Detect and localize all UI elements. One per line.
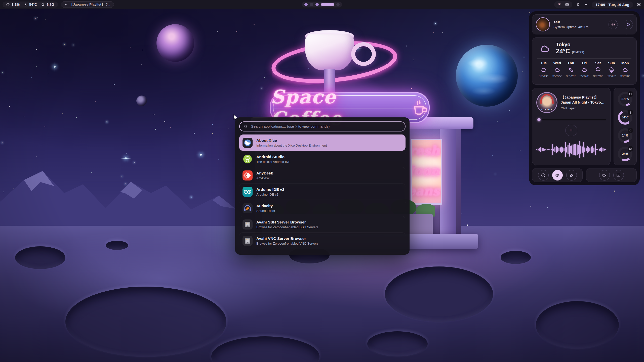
waveform-bar <box>561 147 562 153</box>
forecast-temps: 35°/26° <box>580 75 589 78</box>
weather-temperature: 24°C <box>556 48 570 55</box>
tray-icons-group <box>554 1 572 8</box>
cpu-temp-value: 54°C <box>29 3 37 7</box>
volume-icon[interactable] <box>584 3 588 7</box>
seek-bar[interactable] <box>536 118 606 121</box>
power-button[interactable] <box>624 20 633 29</box>
forecast-day-label: Sat <box>595 61 601 65</box>
launcher-item[interactable]: About Xfce Information about the Xfce De… <box>239 134 406 151</box>
username: seb <box>553 20 605 24</box>
workspace-dot-occupied[interactable] <box>304 3 308 6</box>
seek-track <box>536 119 606 120</box>
launcher-item[interactable]: Avahi VNC Server Browser Browse for Zero… <box>239 233 406 249</box>
app-icon <box>243 154 253 164</box>
profile-gauge-button[interactable] <box>538 170 549 180</box>
cpu-usage-value: 3.1% <box>12 3 20 7</box>
weather-city: Tokyo <box>556 42 584 48</box>
app-title: Avahi VNC Server Browser <box>256 236 318 241</box>
wallpaper-icon[interactable] <box>565 3 569 7</box>
waveform-bar <box>600 148 601 151</box>
forecast-temps: 33°/26° <box>620 75 630 78</box>
waveform-bar <box>565 142 566 157</box>
workspace-dot-empty[interactable] <box>310 3 313 6</box>
waveform-bar <box>578 145 579 154</box>
music-player-card: TOKYO L 【Japanese Playlist】 Japan All Ni… <box>532 88 611 165</box>
top-panel: 3.1% 54°C 6.8G 【Japanese Playlist】 J... <box>0 0 644 9</box>
workspace-dot-active[interactable] <box>321 3 334 6</box>
app-description: The official Android IDE <box>256 160 291 164</box>
power-profile-card <box>532 168 583 182</box>
waveform-bar <box>580 146 581 154</box>
launcher-item[interactable]: Android Studio The official Android IDE <box>239 151 406 167</box>
launcher-item[interactable]: AnyDesk AnyDesk <box>239 167 406 184</box>
app-title: AnyDesk <box>256 171 273 175</box>
notifications-bell-icon[interactable] <box>576 3 580 7</box>
gauge-badge-icon <box>628 110 633 115</box>
waveform-bar <box>579 141 580 158</box>
app-description: Browse for Zeroconf-enabled VNC Servers <box>256 242 318 245</box>
forecast-weather-icon <box>608 67 615 73</box>
forecast-temps: 33°/26° <box>607 75 616 78</box>
app-icon <box>243 170 253 180</box>
waveform-bar <box>588 147 589 152</box>
system-gauge: 14% <box>618 128 632 143</box>
waveform-bar <box>551 149 552 150</box>
launcher-item[interactable]: Audacity Sound Editor <box>239 200 406 216</box>
cpu-usage-stat[interactable]: 3.1% <box>6 3 20 7</box>
forecast-weather-icon <box>622 67 628 73</box>
weather-forecast: Tue 33°/24° Wed 35°/25° Thu 33°/26° Fri … <box>537 61 631 78</box>
cpu-temp-stat[interactable]: 54°C <box>24 3 37 7</box>
waveform-bar <box>574 144 575 155</box>
profile-leaf-button[interactable] <box>566 170 577 180</box>
waveform-bar <box>564 148 565 151</box>
capture-screenshot-button[interactable] <box>613 170 624 180</box>
forecast-day-label: Sun <box>608 61 615 65</box>
launcher-item[interactable]: Avahi SSH Server Browser Browse for Zero… <box>239 216 406 233</box>
waveform-bar <box>582 146 583 153</box>
clock[interactable]: 17:09 - Tue, 19 Aug <box>592 2 633 8</box>
app-icon <box>243 219 253 230</box>
waveform-bar <box>542 148 543 151</box>
waveform-bar <box>573 144 574 155</box>
now-playing-pill[interactable]: 【Japanese Playlist】 J... <box>61 1 114 8</box>
waveform-bar <box>562 147 563 152</box>
forecast-temps: 36°/26° <box>593 75 603 78</box>
search-bar[interactable] <box>239 121 406 131</box>
profile-scales-button[interactable] <box>552 170 563 180</box>
search-input[interactable] <box>251 124 401 129</box>
waveform-bar <box>602 148 603 151</box>
waveform-bar <box>571 145 572 154</box>
play-pause-button[interactable] <box>565 125 577 136</box>
settings-button[interactable] <box>609 20 618 29</box>
app-launcher: About Xfce Information about the Xfce De… <box>235 117 410 255</box>
capture-videocam-button[interactable] <box>599 170 610 180</box>
forecast-day: Thu 33°/26° <box>565 61 577 78</box>
cat-icon[interactable] <box>557 3 561 7</box>
waveform-bar <box>543 148 544 151</box>
waveform-bar <box>553 149 554 151</box>
waveform-bar <box>604 149 605 151</box>
workspace-dot-empty[interactable] <box>336 3 340 6</box>
gauge-badge-icon <box>628 146 633 152</box>
album-art: TOKYO L <box>536 92 557 113</box>
app-title: Android Studio <box>256 154 291 159</box>
capture-tools-card <box>586 168 637 182</box>
waveform-bar <box>548 149 549 150</box>
forecast-day-label: Wed <box>553 61 561 65</box>
launcher-item[interactable]: Arduino IDE v2 Arduino IDE v2 <box>239 184 406 200</box>
forecast-day-label: Thu <box>568 61 574 65</box>
workspace-dot-occupied[interactable] <box>315 3 319 6</box>
waveform-bar <box>556 146 557 153</box>
system-uptime: System Uptime: 4h11m <box>553 25 605 29</box>
gauge-icon <box>6 3 10 7</box>
forecast-day: Fri 35°/26° <box>578 61 591 78</box>
overview-grid-icon[interactable] <box>637 3 641 7</box>
workspace-switcher[interactable] <box>302 2 342 8</box>
memory-stat[interactable]: 6.8G <box>41 3 54 7</box>
seek-knob[interactable] <box>537 118 541 121</box>
app-description: Arduino IDE v2 <box>256 193 284 196</box>
app-icon <box>243 138 253 148</box>
forecast-day: Sun 33°/26° <box>605 61 618 78</box>
forecast-day: Sat 36°/26° <box>592 61 604 78</box>
forecast-day: Tue 33°/24° <box>537 61 550 78</box>
